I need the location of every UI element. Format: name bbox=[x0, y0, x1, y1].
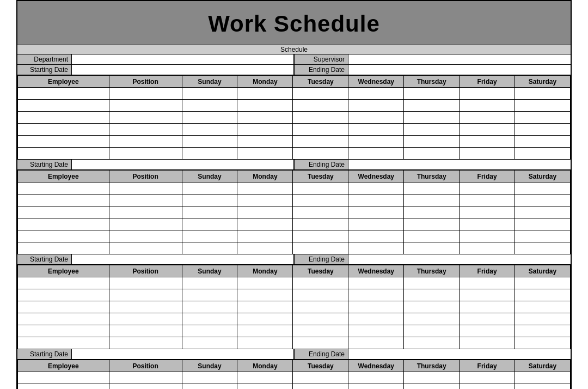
section-2-start-value[interactable] bbox=[72, 160, 293, 169]
starting-date-value[interactable] bbox=[72, 65, 293, 75]
dept-supervisor-row: Department Supervisor bbox=[17, 54, 571, 65]
section-4-end-label: Ending Date bbox=[294, 349, 348, 359]
col-header-sunday-4: Sunday bbox=[182, 360, 237, 372]
header-row-4: Employee Position Sunday Monday Tuesday … bbox=[18, 360, 571, 372]
table-row bbox=[18, 372, 571, 384]
col-header-thursday-3: Thursday bbox=[404, 265, 460, 277]
section-2-end-label: Ending Date bbox=[294, 160, 348, 169]
col-header-employee: Employee bbox=[18, 76, 109, 88]
col-header-saturday-3: Saturday bbox=[515, 265, 571, 277]
col-header-tuesday-2: Tuesday bbox=[293, 171, 348, 183]
department-cell: Department bbox=[17, 54, 294, 64]
col-header-wednesday-4: Wednesday bbox=[348, 360, 404, 372]
col-header-friday: Friday bbox=[460, 76, 515, 88]
table-row bbox=[18, 337, 571, 349]
table-row bbox=[18, 124, 571, 136]
section-2-start-label: Starting Date bbox=[17, 160, 72, 169]
col-header-saturday-4: Saturday bbox=[515, 360, 571, 372]
section-2-end: Ending Date bbox=[294, 160, 571, 169]
table-row bbox=[18, 206, 571, 218]
col-header-tuesday-4: Tuesday bbox=[293, 360, 348, 372]
col-header-position-3: Position bbox=[109, 265, 182, 277]
table-row bbox=[18, 301, 571, 313]
starting-date-label: Starting Date bbox=[17, 65, 72, 75]
schedule-table-4: Employee Position Sunday Monday Tuesday … bbox=[17, 360, 571, 389]
col-header-sunday: Sunday bbox=[182, 76, 237, 88]
col-header-sunday-2: Sunday bbox=[182, 171, 237, 183]
table-row bbox=[18, 289, 571, 301]
header-row-3: Employee Position Sunday Monday Tuesday … bbox=[18, 265, 571, 277]
col-header-employee-2: Employee bbox=[18, 171, 109, 183]
table-row bbox=[18, 183, 571, 194]
department-label: Department bbox=[17, 54, 72, 64]
table-row bbox=[18, 88, 571, 100]
section-4-start: Starting Date bbox=[17, 349, 294, 359]
table-row bbox=[18, 277, 571, 289]
col-header-friday-2: Friday bbox=[460, 171, 515, 183]
col-header-friday-4: Friday bbox=[460, 360, 515, 372]
table-row bbox=[18, 148, 571, 160]
section-2-date-row: Starting Date Ending Date bbox=[17, 160, 571, 170]
table-row bbox=[18, 384, 571, 390]
col-header-tuesday: Tuesday bbox=[293, 76, 348, 88]
section-2-end-value[interactable] bbox=[348, 160, 571, 169]
table-row bbox=[18, 100, 571, 112]
col-header-saturday: Saturday bbox=[515, 76, 571, 88]
table-row bbox=[18, 218, 571, 230]
col-header-monday-3: Monday bbox=[237, 265, 293, 277]
table-row bbox=[18, 242, 571, 254]
col-header-thursday: Thursday bbox=[404, 76, 460, 88]
col-header-friday-3: Friday bbox=[460, 265, 515, 277]
schedule-table-1: Employee Position Sunday Monday Tuesday … bbox=[17, 75, 571, 160]
table-row bbox=[18, 313, 571, 325]
supervisor-cell: Supervisor bbox=[294, 54, 571, 64]
ending-date-label: Ending Date bbox=[294, 65, 348, 75]
table-row bbox=[18, 325, 571, 337]
schedule-table-2: Employee Position Sunday Monday Tuesday … bbox=[17, 170, 571, 254]
section-3-end: Ending Date bbox=[294, 254, 571, 264]
section-3-start-label: Starting Date bbox=[17, 254, 72, 264]
col-header-wednesday-3: Wednesday bbox=[348, 265, 404, 277]
col-header-position-2: Position bbox=[109, 171, 182, 183]
col-header-wednesday-2: Wednesday bbox=[348, 171, 404, 183]
col-header-position: Position bbox=[109, 76, 182, 88]
department-value[interactable] bbox=[72, 54, 293, 64]
section-3-end-label: Ending Date bbox=[294, 254, 348, 264]
section-4-start-label: Starting Date bbox=[17, 349, 72, 359]
col-header-sunday-3: Sunday bbox=[182, 265, 237, 277]
section-2-start: Starting Date bbox=[17, 160, 294, 169]
col-header-monday: Monday bbox=[237, 76, 293, 88]
col-header-thursday-4: Thursday bbox=[404, 360, 460, 372]
ending-date-value[interactable] bbox=[348, 65, 571, 75]
col-header-saturday-2: Saturday bbox=[515, 171, 571, 183]
header-row-1: Employee Position Sunday Monday Tuesday … bbox=[18, 76, 571, 88]
col-header-wednesday: Wednesday bbox=[348, 76, 404, 88]
section-3-start: Starting Date bbox=[17, 254, 294, 264]
starting-date-cell: Starting Date bbox=[17, 65, 294, 75]
col-header-tuesday-3: Tuesday bbox=[293, 265, 348, 277]
section-4-start-value[interactable] bbox=[72, 349, 293, 359]
title-section: Work Schedule bbox=[17, 1, 571, 45]
col-header-employee-4: Employee bbox=[18, 360, 109, 372]
start-end-row: Starting Date Ending Date bbox=[17, 65, 571, 75]
section-4-end: Ending Date bbox=[294, 349, 571, 359]
col-header-monday-4: Monday bbox=[237, 360, 293, 372]
section-3-date-row: Starting Date Ending Date bbox=[17, 254, 571, 265]
section-3-start-value[interactable] bbox=[72, 254, 293, 264]
supervisor-value[interactable] bbox=[348, 54, 571, 64]
col-header-monday-2: Monday bbox=[237, 171, 293, 183]
schedule-table-3: Employee Position Sunday Monday Tuesday … bbox=[17, 265, 571, 349]
table-row bbox=[18, 136, 571, 148]
table-row bbox=[18, 112, 571, 124]
section-3-end-value[interactable] bbox=[348, 254, 571, 264]
table-row bbox=[18, 230, 571, 242]
schedule-label: Schedule bbox=[17, 45, 571, 54]
section-4-date-row: Starting Date Ending Date bbox=[17, 349, 571, 360]
work-schedule-container: Work Schedule Schedule Department Superv… bbox=[16, 0, 572, 389]
col-header-thursday-2: Thursday bbox=[404, 171, 460, 183]
col-header-employee-3: Employee bbox=[18, 265, 109, 277]
supervisor-label: Supervisor bbox=[294, 54, 348, 64]
header-row-2: Employee Position Sunday Monday Tuesday … bbox=[18, 171, 571, 183]
main-title: Work Schedule bbox=[208, 11, 380, 37]
section-4-end-value[interactable] bbox=[348, 349, 571, 359]
